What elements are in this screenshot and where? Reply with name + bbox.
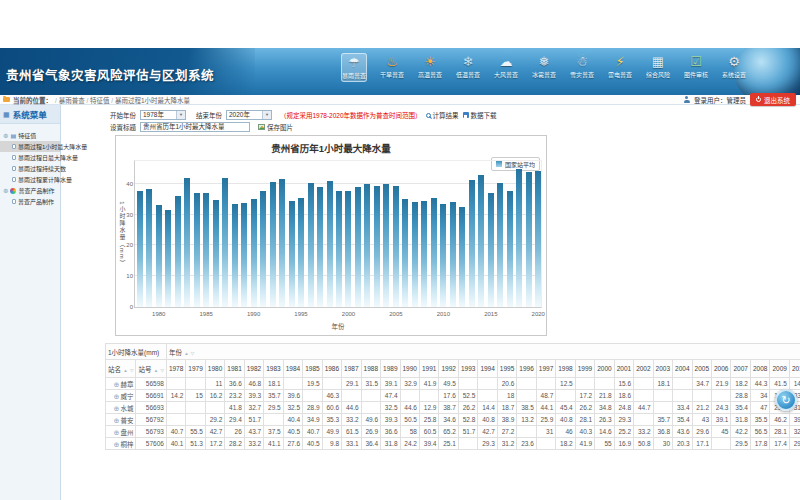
row-expand-icon[interactable]: ⊕ <box>114 441 120 448</box>
filter-icon[interactable]: ▽ <box>129 368 134 373</box>
year-col-header[interactable]: 1994 <box>478 360 497 378</box>
tree-item[interactable]: 暴雨过程1小时最大降水量 <box>0 141 60 152</box>
value-cell: 35.3 <box>322 414 341 426</box>
row-expand-icon[interactable]: ⊕ <box>114 405 120 412</box>
tree-item[interactable]: 暴雨过程累计降水量 <box>0 174 60 185</box>
year-col-header[interactable]: 2010 <box>789 360 800 378</box>
year-col-header[interactable]: 1981 <box>225 360 244 378</box>
toolbar-item-hail[interactable]: ❅冰雹普查 <box>531 53 557 80</box>
value-cell: 27.2 <box>497 426 516 438</box>
value-cell: 18.1 <box>653 378 672 390</box>
toolbar-item-high-temp[interactable]: ☀高温普查 <box>417 53 443 80</box>
wind-icon: ☁ <box>500 55 513 69</box>
year-col-header[interactable]: 1998 <box>556 360 575 378</box>
tree-item[interactable]: 暴雨过程持续天数 <box>0 163 60 174</box>
year-col-header[interactable]: 1985 <box>303 360 322 378</box>
expand-toggle-icon[interactable]: ⊕ <box>3 188 8 194</box>
year-col-header[interactable]: 1980 <box>205 360 224 378</box>
value-cell: 24.8 <box>614 402 633 414</box>
toolbar-item-map-review[interactable]: ☑图件审核 <box>683 53 709 80</box>
year-col-header[interactable]: 1984 <box>283 360 302 378</box>
data-download-button[interactable]: 数据下载 <box>463 110 497 120</box>
floating-refresh-button[interactable]: ↻ <box>775 389 797 411</box>
chart-title-input[interactable]: 贵州省历年1小时最大降水量 <box>140 122 250 132</box>
y-tick-label: 0 <box>117 304 133 310</box>
map-review-icon: ☑ <box>690 55 702 69</box>
year-col-header[interactable]: 1995 <box>497 360 516 378</box>
breadcrumb-item[interactable]: 特征值 <box>90 97 110 104</box>
year-col-header[interactable]: 1988 <box>361 360 380 378</box>
tree-group-list[interactable]: ⊕▤特征值 <box>0 130 60 141</box>
breadcrumb-item[interactable]: 暴雨普查 <box>59 97 85 104</box>
year-col-header[interactable]: 2005 <box>692 360 711 378</box>
station-id-cell: 56691 <box>136 390 166 402</box>
value-cell: 44.1 <box>536 402 555 414</box>
row-expand-icon[interactable]: ⊕ <box>114 393 120 400</box>
year-col-header[interactable]: 1983 <box>264 360 283 378</box>
toolbar-item-low-temp[interactable]: ❄低温普查 <box>455 53 481 80</box>
toolbar-item-lightning[interactable]: ⚡雷电普查 <box>607 53 633 80</box>
year-col-header[interactable]: 2008 <box>750 360 769 378</box>
sort-asc-icon[interactable]: ▲ <box>152 368 158 373</box>
value-cell: 51.7 <box>244 414 263 426</box>
year-col-header[interactable]: 1996 <box>517 360 536 378</box>
calc-results-button[interactable]: 计算结果 <box>426 110 459 120</box>
breadcrumb-prefix: 当前的位置： <box>13 95 52 105</box>
year-col-header[interactable]: 2006 <box>712 360 731 378</box>
value-cell <box>419 390 438 402</box>
toolbar-item-drought[interactable]: ♨干旱普查 <box>379 53 405 80</box>
year-col-header[interactable]: 1993 <box>458 360 477 378</box>
year-col-header[interactable]: 1990 <box>400 360 419 378</box>
tree-group-color-wheel[interactable]: ⊕普查产品制作 <box>0 185 60 196</box>
toolbar-item-risk-calculator[interactable]: ▦综合风险 <box>645 53 671 80</box>
sort-asc-icon[interactable]: ▲ <box>122 368 128 373</box>
save-image-button[interactable]: 保存图片 <box>258 122 293 132</box>
station-name-header[interactable]: 站名 ▲ ▽ <box>106 360 136 378</box>
toolbar-item-snow[interactable]: ☃雪灾普查 <box>569 53 595 80</box>
value-cell: 55.5 <box>186 426 205 438</box>
station-id-header[interactable]: 站号 ▲ ▽ <box>136 360 166 378</box>
breadcrumb-item[interactable]: 暴雨过程1小时最大降水量 <box>115 97 190 104</box>
document-icon <box>12 144 16 150</box>
expand-toggle-icon[interactable]: ⊕ <box>3 133 8 139</box>
start-year-label: 开始年份 <box>110 110 136 120</box>
year-col-header[interactable]: 1986 <box>322 360 341 378</box>
value-cell: 41.1 <box>264 438 283 450</box>
toolbar-item-rainstorm[interactable]: ☂暴雨普查 <box>341 53 367 82</box>
year-col-header[interactable]: 1978 <box>166 360 185 378</box>
year-col-header[interactable]: 2002 <box>634 360 653 378</box>
year-col-header[interactable]: 1992 <box>439 360 458 378</box>
year-col-header[interactable]: 2000 <box>595 360 614 378</box>
value-cell: 46.8 <box>244 378 263 390</box>
row-expand-icon[interactable]: ⊕ <box>114 429 120 436</box>
document-icon <box>12 177 16 183</box>
filter-icon[interactable]: ▽ <box>190 351 195 356</box>
tree-item[interactable]: 普查产品制作 <box>0 196 60 207</box>
year-col-header[interactable]: 2004 <box>673 360 692 378</box>
bar <box>421 201 427 307</box>
toolbar-item-wind[interactable]: ☁大风普查 <box>493 53 519 80</box>
year-col-header[interactable]: 2007 <box>731 360 750 378</box>
start-year-select[interactable]: 1978年 <box>140 110 186 120</box>
tree-item[interactable]: 暴雨过程日最大降水量 <box>0 152 60 163</box>
year-col-header[interactable]: 1982 <box>244 360 263 378</box>
rainstorm-icon: ☂ <box>348 56 360 70</box>
year-col-header[interactable]: 1991 <box>419 360 438 378</box>
year-col-header[interactable]: 1979 <box>186 360 205 378</box>
year-col-header[interactable]: 2003 <box>653 360 672 378</box>
value-cell: 24.2 <box>400 438 419 450</box>
year-col-header[interactable]: 1987 <box>342 360 361 378</box>
value-cell: 39.1 <box>712 414 731 426</box>
year-col-header[interactable]: 1989 <box>381 360 400 378</box>
value-cell: 21.2 <box>692 402 711 414</box>
row-expand-icon[interactable]: ⊕ <box>114 417 120 424</box>
sort-asc-icon[interactable]: ▲ <box>183 351 189 356</box>
row-expand-icon[interactable]: ⊕ <box>114 381 120 388</box>
filter-icon[interactable]: ▽ <box>159 368 164 373</box>
year-col-header[interactable]: 1997 <box>536 360 555 378</box>
toolbar-item-settings[interactable]: ⚙系统设置 <box>721 53 747 80</box>
year-col-header[interactable]: 2001 <box>614 360 633 378</box>
year-col-header[interactable]: 2009 <box>770 360 789 378</box>
end-year-select[interactable]: 2020年 <box>226 110 272 120</box>
year-col-header[interactable]: 1999 <box>575 360 594 378</box>
